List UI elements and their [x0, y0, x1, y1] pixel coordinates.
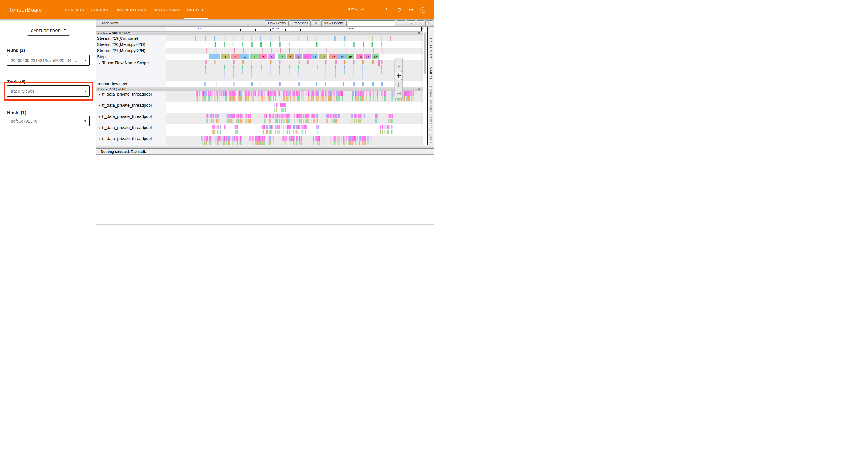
navbar-right: INACTIVE ▾ ⚙ ?	[348, 7, 429, 13]
vertical-scrollbar[interactable]	[423, 27, 427, 145]
select-tool-button[interactable]	[395, 62, 402, 70]
step-block[interactable]: 0	[209, 54, 220, 59]
step-block[interactable]: 8	[287, 54, 294, 59]
track-label-threadpool-5[interactable]: ▼tf_data_private_threadpool	[96, 136, 166, 145]
step-block[interactable]: 18	[372, 54, 379, 59]
left-sidebar: CAPTURE PROFILE Runs (1) 20200409-231431…	[0, 20, 96, 224]
runs-select[interactable]: 20200409-231431/train/2020_04_... ▾	[7, 55, 90, 66]
flow-events-button[interactable]: Flow events	[265, 20, 288, 26]
find-prev-button[interactable]: ←	[397, 20, 405, 26]
close-cpu-process-button[interactable]: X	[418, 87, 420, 91]
status-select[interactable]: INACTIVE ▾	[348, 7, 388, 13]
app-logo: TensorBoard	[9, 6, 42, 13]
more-button[interactable]: »	[417, 20, 424, 26]
collapse-triangle-icon: ▼	[97, 32, 100, 35]
step-block[interactable]: 9	[294, 54, 302, 59]
step-block[interactable]: 4	[250, 54, 259, 59]
step-block[interactable]: 14	[339, 54, 346, 59]
tab-scalars[interactable]: SCALARS	[61, 0, 88, 20]
palette-drag-handle[interactable]	[396, 59, 401, 62]
tab-histograms[interactable]: HISTOGRAMS	[150, 0, 184, 20]
status-select-value: INACTIVE	[348, 7, 365, 11]
hosts-select[interactable]: 8efc5e791540 ▾	[7, 116, 90, 126]
scrollbar-thumb[interactable]	[424, 32, 426, 74]
step-block[interactable]: 11	[311, 54, 318, 59]
ruler-minor-tick	[285, 29, 286, 31]
gpu-process-header[interactable]: ▼ /device:GPU:0 (pid 0) X	[96, 31, 423, 35]
threadpool1-trace-canvas[interactable]	[166, 91, 423, 102]
collapse-triangle-icon: ▼	[98, 62, 100, 65]
ruler-minor-tick	[255, 29, 256, 31]
ruler-major-tick	[270, 27, 271, 31]
ruler-major-tick	[346, 27, 346, 31]
threadpool2-trace-canvas[interactable]	[166, 102, 423, 113]
timeline-ruler: 0 ms200 ms400 ms600	[96, 27, 427, 31]
tab-profile[interactable]: PROFILE	[184, 0, 208, 20]
trace-search-input[interactable]	[348, 20, 395, 26]
gear-icon[interactable]: ⚙	[408, 7, 414, 12]
step-block[interactable]: 6	[268, 54, 275, 59]
cpu-process-title: /host:CPU (pid 49)	[101, 88, 126, 91]
track-label-name-scope[interactable]: ▼TensorFlow Name Scope	[96, 60, 166, 81]
pan-tool-button[interactable]	[395, 71, 402, 80]
help-icon[interactable]: ?	[420, 7, 425, 12]
tab-alerts[interactable]: Alerts	[429, 133, 433, 144]
step-block[interactable]: 5	[259, 54, 268, 59]
close-gpu-process-button[interactable]: X	[418, 31, 420, 35]
step-block[interactable]: 2	[231, 54, 240, 59]
cpu-process-header[interactable]: ▼ /host:CPU (pid 49) X	[96, 87, 423, 91]
view-options-button[interactable]: View Options	[321, 20, 346, 26]
stream19-trace-canvas[interactable]	[166, 35, 423, 41]
processes-button[interactable]: Processes	[289, 20, 311, 26]
threadpool5-trace-canvas[interactable]	[166, 136, 423, 145]
tab-metrics[interactable]: Metrics	[429, 67, 433, 80]
track-label-threadpool-2[interactable]: ▼tf_data_private_threadpool	[96, 102, 166, 113]
runs-label: Runs (1)	[7, 48, 25, 53]
chevron-down-icon: ▾	[85, 58, 86, 62]
top-navbar: TensorBoard SCALARS GRAPHS DISTRIBUTIONS…	[0, 0, 434, 20]
tools-highlight-box	[4, 82, 93, 100]
step-block[interactable]: 16	[356, 54, 364, 59]
tensorflow-ops-trace-canvas[interactable]	[166, 81, 423, 87]
tab-frame-data[interactable]: Frame Data	[429, 86, 433, 107]
step-block[interactable]: 13	[329, 54, 338, 59]
runs-select-value: 20200409-231431/train/2020_04_...	[11, 58, 77, 63]
stream20-trace-canvas[interactable]	[166, 41, 423, 48]
hosts-select-value: 8efc5e791540	[11, 119, 37, 123]
ruler-minor-tick	[180, 29, 181, 31]
stream21-trace-canvas[interactable]	[166, 48, 423, 54]
ruler-minor-tick	[406, 29, 406, 31]
ruler-major-tick	[195, 27, 195, 31]
tab-graphs[interactable]: GRAPHS	[88, 0, 112, 20]
step-block[interactable]: 1	[221, 54, 229, 59]
track-label-stream21: Stream #21(MemcpyD2H)	[96, 48, 166, 54]
find-next-button[interactable]: →	[406, 20, 415, 26]
tab-file-size-stats[interactable]: File Size Stats	[429, 33, 433, 59]
step-block[interactable]: 12	[319, 54, 327, 59]
threadpool3-trace-canvas[interactable]	[166, 113, 423, 124]
track-label-threadpool-1[interactable]: ▼tf_data_private_threadpool	[96, 91, 166, 102]
zoom-tool-button[interactable]	[395, 81, 402, 89]
tab-distributions[interactable]: DISTRIBUTIONS	[112, 0, 150, 20]
step-block[interactable]: 10	[303, 54, 311, 59]
capture-profile-button[interactable]: CAPTURE PROFILE	[27, 26, 70, 36]
ruler-minor-tick	[225, 29, 225, 31]
threadpool4-trace-canvas[interactable]	[166, 124, 423, 136]
refresh-icon[interactable]	[397, 7, 402, 12]
details-resize-handle[interactable]	[96, 145, 434, 149]
tab-input-latency[interactable]: Input Latency	[429, 107, 433, 130]
trace-tool-palette	[395, 58, 403, 98]
step-block[interactable]: 7	[278, 54, 286, 59]
name-scope-trace-canvas[interactable]	[166, 60, 423, 81]
track-label-threadpool-3[interactable]: ▼tf_data_private_threadpool	[96, 113, 166, 124]
timing-tool-button[interactable]	[395, 89, 402, 98]
step-block[interactable]: 15	[346, 54, 354, 59]
trace-help-button[interactable]: ?	[425, 20, 433, 26]
steps-lane: 0123456789101112131415161718	[166, 54, 423, 60]
track-label-threadpool-4[interactable]: ▼tf_data_private_threadpool	[96, 124, 166, 136]
metrics-m-button[interactable]: M	[312, 20, 320, 26]
analysis-side-tabs: File Size Stats Metrics Frame Data Input…	[427, 27, 434, 145]
track-label-steps: Steps	[96, 54, 166, 60]
step-block[interactable]: 3	[241, 54, 249, 59]
step-block[interactable]: 17	[364, 54, 371, 59]
